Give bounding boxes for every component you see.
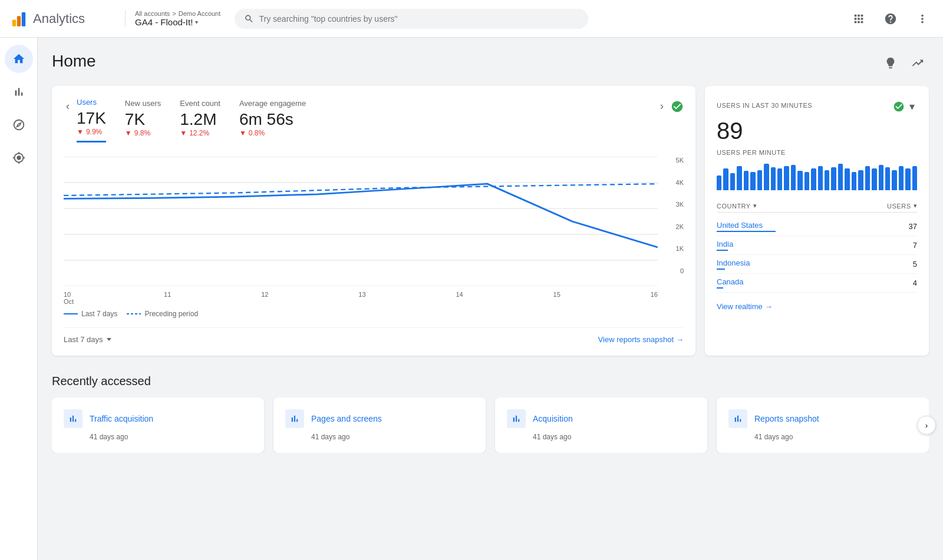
metric-tab-users[interactable]: Users 17K ▼ 9.9%: [77, 98, 106, 143]
header-logo: Analytics: [9, 9, 116, 28]
bar-item: [885, 167, 890, 190]
advertising-icon: [12, 151, 25, 164]
apps-icon: [852, 12, 865, 25]
sidebar-item-reports[interactable]: [5, 78, 33, 106]
recent-card-reports-header: Reports snapshot: [728, 409, 917, 428]
date-range-button[interactable]: Last 7 days: [64, 335, 111, 344]
country-name-us: United States: [717, 221, 776, 232]
reports-snapshot-card-title[interactable]: Reports snapshot: [754, 414, 819, 423]
country-indonesia-link[interactable]: Indonesia: [717, 259, 750, 267]
bar-item: [865, 166, 870, 190]
realtime-dropdown-button[interactable]: ▾: [907, 98, 917, 115]
country-filter-icon: ▾: [753, 202, 757, 210]
account-breadcrumb: All accounts > Demo Account: [135, 10, 220, 17]
y-axis: 5K 4K 3K 2K 1K 0: [660, 157, 684, 274]
account-name-dropdown[interactable]: GA4 - Flood-It! ▾: [135, 17, 220, 27]
page-header-actions: [879, 52, 929, 74]
recent-card-traffic: Traffic acquisition 41 days ago: [52, 397, 264, 453]
metric-tab-new-users[interactable]: New users 7K ▼ 9.8%: [125, 99, 161, 142]
sidebar-item-explore[interactable]: [5, 111, 33, 139]
country-name-indonesia: Indonesia: [717, 259, 750, 270]
app-title: Analytics: [33, 11, 85, 26]
realtime-title: USERS IN LAST 30 MINUTES: [717, 102, 812, 109]
header-actions: [848, 8, 934, 30]
help-button[interactable]: [879, 8, 902, 30]
sidebar-item-advertising[interactable]: [5, 144, 33, 172]
users-label: Users: [77, 98, 106, 107]
down-arrow-icon: ▼: [180, 129, 187, 137]
apps-button[interactable]: [848, 8, 870, 30]
header: Analytics All accounts > Demo Account GA…: [0, 0, 943, 38]
bar-item: [845, 168, 849, 190]
realtime-count: 89: [717, 118, 917, 144]
x-axis-labels: 10Oct 11 12 13 14 15 16: [64, 291, 684, 305]
metrics-next-button[interactable]: ›: [658, 98, 666, 115]
help-icon: [884, 12, 897, 25]
bar-chart-icon-reports: [733, 413, 743, 424]
search-box[interactable]: [235, 9, 588, 29]
pages-card-title[interactable]: Pages and screens: [311, 414, 382, 423]
users-filter-button[interactable]: USERS ▾: [887, 202, 917, 210]
svg-rect-0: [12, 19, 16, 26]
view-reports-arrow-icon: →: [676, 335, 684, 344]
metric-tab-events[interactable]: Event count 1.2M ▼ 12.2%: [180, 99, 220, 142]
users-change: ▼ 9.9%: [77, 128, 106, 136]
view-reports-link[interactable]: View reports snapshot →: [598, 335, 684, 344]
down-arrow-icon: ▼: [125, 129, 132, 137]
bar-item: [744, 171, 749, 190]
country-us-link[interactable]: United States: [717, 221, 776, 230]
page-title: Home: [52, 52, 96, 71]
country-filter-button[interactable]: COUNTRY ▾: [717, 202, 757, 210]
account-selector[interactable]: All accounts > Demo Account GA4 - Flood-…: [125, 10, 220, 27]
insights-button[interactable]: [879, 52, 902, 74]
chart-legend: Last 7 days Preceding period: [64, 310, 684, 318]
users-value: 17K: [77, 109, 106, 128]
down-arrow-icon: ▼: [239, 129, 246, 137]
page-header: Home: [52, 52, 929, 74]
country-india-link[interactable]: India: [717, 240, 733, 248]
metrics-prev-button[interactable]: ‹: [64, 98, 72, 115]
realtime-check-icon: [893, 101, 905, 112]
recent-cards-scroll-button[interactable]: ›: [917, 416, 936, 435]
country-name-india: India: [717, 240, 733, 251]
bar-item: [717, 175, 721, 190]
home-icon: [12, 52, 25, 65]
country-canada-users: 4: [913, 279, 917, 287]
country-row-indonesia: Indonesia 5: [717, 255, 917, 274]
legend-item-current: Last 7 days: [64, 310, 117, 318]
bar-item: [831, 167, 836, 190]
search-input[interactable]: [259, 14, 579, 24]
bar-item: [764, 164, 769, 190]
view-realtime-label: View realtime: [717, 302, 763, 311]
acquisition-card-title[interactable]: Acquisition: [533, 414, 573, 423]
customize-button[interactable]: [906, 52, 929, 74]
new-users-label: New users: [125, 99, 161, 108]
country-us-users: 37: [909, 222, 917, 231]
recent-cards-container: Traffic acquisition 41 days ago Pages an…: [52, 397, 929, 453]
realtime-subtitle: USERS PER MINUTE: [717, 149, 917, 156]
more-options-button[interactable]: [911, 8, 934, 30]
metric-tab-engagement[interactable]: Average engageme 6m 56s ▼ 0.8%: [239, 99, 306, 142]
country-row-india: India 7: [717, 236, 917, 255]
pages-card-date: 41 days ago: [311, 433, 474, 441]
trending-icon: [911, 57, 924, 69]
bar-item: [777, 168, 782, 190]
engagement-change: ▼ 0.8%: [239, 129, 306, 137]
country-canada-link[interactable]: Canada: [717, 277, 744, 286]
traffic-card-title[interactable]: Traffic acquisition: [90, 414, 153, 423]
recent-card-acquisition: Acquisition 41 days ago: [495, 397, 707, 453]
scroll-right-icon: ›: [925, 421, 928, 430]
engagement-label: Average engageme: [239, 99, 306, 108]
bar-chart-icon: [12, 85, 25, 98]
recent-cards-list: Traffic acquisition 41 days ago Pages an…: [52, 397, 929, 453]
country-table-header: COUNTRY ▾ USERS ▾: [717, 200, 917, 213]
bar-item: [723, 168, 728, 190]
bar-chart-icon-traffic: [68, 413, 78, 424]
recent-card-traffic-header: Traffic acquisition: [64, 409, 252, 428]
country-row-canada: Canada 4: [717, 274, 917, 293]
bar-item: [791, 165, 796, 190]
bar-item: [784, 166, 789, 190]
view-realtime-link[interactable]: View realtime →: [717, 302, 917, 311]
sidebar-item-home[interactable]: [5, 45, 33, 73]
metric-tabs: Users 17K ▼ 9.9% New users 7K ▼ 9.8%: [77, 98, 306, 143]
